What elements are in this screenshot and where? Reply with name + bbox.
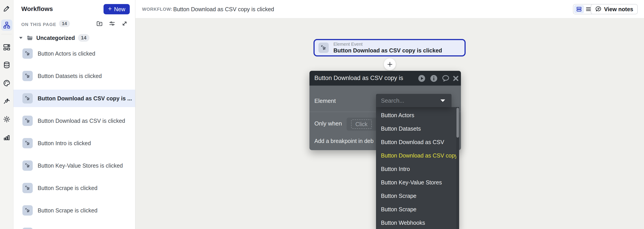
modal-header[interactable]: Button Download as CSV copy is [310,71,461,86]
list-item-label: Button Datasets is clicked [38,73,102,79]
cursor-click-icon [22,183,33,193]
chevron-down-icon[interactable] [440,99,445,102]
dropdown-option[interactable]: Button Webhooks [376,216,459,229]
dropdown-option-highlighted[interactable]: Button Download as CSV copy [376,149,459,162]
info-icon[interactable] [430,74,438,83]
list-item-partial[interactable] [14,224,135,229]
stacked-rows-view-icon[interactable] [574,5,584,13]
folder-count-badge: 14 [78,34,89,42]
icon-rail [0,0,14,229]
dropdown-scrollbar-track[interactable] [456,107,459,229]
sidebar-title: Workflows [21,6,53,12]
section-label: ON THIS PAGE14 [21,21,70,28]
list-item[interactable]: Button Datasets is clicked [14,67,135,85]
list-item[interactable]: Button Scrape is clicked [14,179,135,197]
workflow-canvas[interactable]: Element Event Button Download as CSV cop… [135,18,644,229]
palette-icon[interactable] [3,79,10,87]
view-notes-button[interactable]: View notes [591,4,638,14]
element-event-node[interactable]: Element Event Button Download as CSV cop… [314,39,466,56]
cursor-click-icon [22,93,33,104]
cursor-click-icon [22,228,33,229]
workflow-breadcrumb-label: WORKFLOW: [142,7,172,12]
filter-sliders-icon[interactable] [109,20,116,27]
close-icon[interactable] [452,74,460,83]
view-notes-label: View notes [604,6,633,12]
list-item-label: Button Scrape is clicked [38,185,98,191]
folder-icon [26,34,33,41]
cursor-click-icon [22,205,33,216]
cursor-click-icon [22,71,33,81]
play-icon[interactable] [418,74,426,83]
workflows-sidebar: Workflows + New ON THIS PAGE14 Uncategor… [14,0,135,229]
plus-icon [386,61,393,68]
cursor-click-icon [22,138,33,148]
list-item[interactable]: Button Scrape is clicked [14,202,135,219]
dropdown-option[interactable]: Button Download as CSV [376,135,459,149]
add-step-button[interactable] [384,58,396,70]
search-placeholder: Search... [381,97,404,104]
plus-icon: + [108,6,112,12]
new-workflow-button[interactable]: + New [104,4,130,14]
element-search-input[interactable]: Search... [376,94,452,107]
list-item-label: Button Download as CSV copy is ... [38,95,132,102]
folder-name: Uncategorized [36,35,75,41]
list-item[interactable]: Button Download as CSV is clicked [14,112,135,130]
modal-title: Button Download as CSV copy is [314,74,403,82]
list-item[interactable]: Button Key-Value Stores is clicked [14,157,135,174]
cursor-click-icon [22,48,33,59]
topbar: WORKFLOW: Button Download as CSV copy is… [135,0,644,18]
list-item-label: Button Scrape is clicked [38,207,98,214]
rail-divider [1,34,12,34]
element-field-label: Element [314,98,336,104]
comment-notes-icon [595,6,602,12]
node-title: Button Download as CSV copy is clicked [334,47,442,54]
list-item-label: Button Key-Value Stores is clicked [38,162,123,169]
list-item[interactable]: Button Intro is clicked [14,134,135,152]
database-icon[interactable] [3,61,10,69]
only-when-label: Only when [314,120,342,127]
cursor-click-icon [22,116,33,126]
list-item-label: Button Actors is clicked [38,50,95,57]
cursor-click-icon [318,42,329,53]
breakpoint-text: Add a breakpoint in deb [314,138,374,144]
pencil-icon[interactable] [3,5,10,12]
list-item[interactable]: Button Actors is clicked [14,45,135,62]
dropdown-option[interactable]: Button Scrape [376,202,459,216]
main-area: WORKFLOW: Button Download as CSV copy is… [135,0,644,229]
folder-tree-row[interactable]: Uncategorized 14 [14,33,135,43]
section-count-badge: 14 [59,20,70,27]
click-chip-label: Click [351,120,372,129]
dropdown-option[interactable]: Button Datasets [376,122,459,135]
workflow-title: Button Download as CSV copy is clicked [173,6,274,12]
dropdown-option[interactable]: Button Key-Value Stores [376,176,459,189]
element-options-list: Button Actors Button Datasets Button Dow… [376,107,459,229]
list-item-label: Button Intro is clicked [38,140,91,146]
bar-chart-icon[interactable] [3,133,10,141]
comment-icon[interactable] [442,74,450,83]
list-item-label: Button Download as CSV is clicked [38,118,125,124]
plug-icon[interactable] [3,97,10,105]
browser-cards-icon[interactable] [3,44,10,51]
on-this-page-row: ON THIS PAGE14 [14,20,135,28]
dropdown-option[interactable]: Button Intro [376,162,459,176]
new-button-label: New [114,6,125,12]
caret-down-icon[interactable] [19,36,23,39]
workflow-editor-app: Workflows + New ON THIS PAGE14 Uncategor… [0,0,644,229]
expand-icon[interactable] [121,20,128,27]
cursor-click-icon [22,160,33,171]
dropdown-scrollbar-thumb[interactable] [456,108,459,138]
gear-icon[interactable] [3,116,10,123]
node-type-label: Element Event [334,42,362,47]
dropdown-option[interactable]: Button Scrape [376,189,459,202]
folder-plus-icon[interactable] [96,20,103,27]
workflows-sitemap-icon[interactable] [3,21,10,29]
dropdown-option[interactable]: Button Actors [376,108,459,122]
list-item-selected[interactable]: Button Download as CSV copy is ... [14,90,135,107]
